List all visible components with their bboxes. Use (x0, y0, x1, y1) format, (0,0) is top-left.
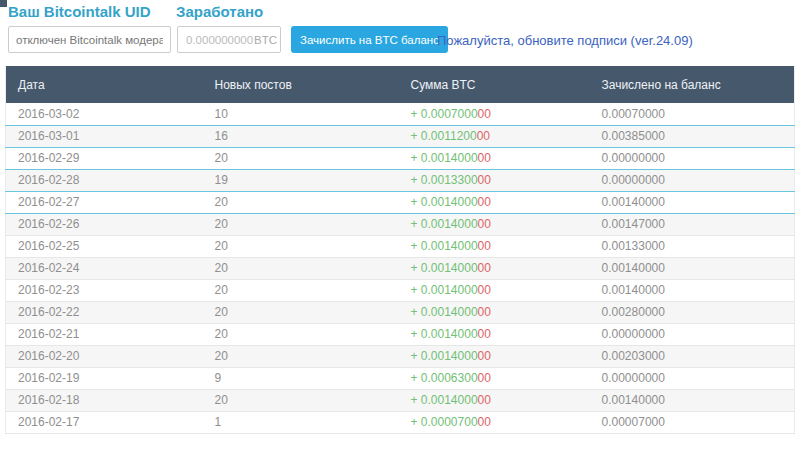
sum-btc-value: + 0.0014000 (411, 349, 478, 363)
credited-cell: 0.00203000 (590, 345, 795, 367)
next-section-fragment (0, 0, 7, 7)
earned-amount-field[interactable]: BTC (177, 26, 281, 53)
new-posts-cell: 19 (203, 169, 399, 191)
new-posts-cell: 20 (203, 345, 399, 367)
sum-btc-tail: 00 (478, 173, 491, 187)
new-posts-cell: 20 (203, 191, 399, 213)
sum-btc-cell: + 0.001400000 (399, 213, 590, 235)
credited-cell: 0.00140000 (590, 279, 795, 301)
earned-amount-input[interactable] (186, 34, 254, 46)
sum-btc-value: + 0.0014000 (411, 305, 478, 319)
column-header-date: Дата (6, 66, 203, 103)
sum-btc-value: + 0.0011200 (411, 129, 477, 143)
date-cell: 2016-02-19 (6, 367, 203, 389)
credited-cell: 0.00385000 (590, 125, 795, 147)
new-posts-cell: 20 (203, 257, 399, 279)
sum-btc-value: + 0.0014000 (411, 393, 478, 407)
date-cell: 2016-02-28 (6, 169, 203, 191)
sum-btc-cell: + 0.000070000 (399, 411, 590, 433)
credited-cell: 0.00280000 (590, 301, 795, 323)
credited-cell: 0.00140000 (590, 389, 795, 411)
sum-btc-tail: 00 (478, 371, 491, 385)
sum-btc-tail: 00 (478, 239, 491, 253)
sum-btc-cell: + 0.000700000 (399, 103, 590, 125)
date-cell: 2016-02-22 (6, 301, 203, 323)
update-signatures-notice-link[interactable]: Пожалуйста, обновите подписи (ver.24.09) (437, 33, 693, 48)
new-posts-cell: 20 (203, 147, 399, 169)
date-cell: 2016-02-25 (6, 235, 203, 257)
sum-btc-value: + 0.0014000 (411, 283, 478, 297)
credited-cell: 0.00000000 (590, 367, 795, 389)
date-cell: 2016-02-27 (6, 191, 203, 213)
sum-btc-value: + 0.0014000 (411, 195, 478, 209)
date-cell: 2016-02-29 (6, 147, 203, 169)
table-row: 2016-02-2420+ 0.0014000000.00140000 (6, 257, 795, 279)
credited-cell: 0.00133000 (590, 235, 795, 257)
new-posts-cell: 1 (203, 411, 399, 433)
sum-btc-value: + 0.0007000 (411, 107, 478, 121)
sum-btc-tail: 00 (478, 217, 491, 231)
new-posts-cell: 20 (203, 323, 399, 345)
sum-btc-value: + 0.0000700 (411, 415, 478, 429)
column-header-new-posts: Новых постов (203, 66, 399, 103)
btc-currency-suffix: BTC (254, 34, 277, 46)
sum-btc-tail: 00 (478, 415, 491, 429)
earned-heading: Заработано (176, 3, 263, 20)
credited-cell: 0.00000000 (590, 323, 795, 345)
uid-input[interactable] (16, 34, 163, 46)
column-header-sum-btc: Сумма BTC (399, 66, 590, 103)
sum-btc-cell: + 0.001400000 (399, 257, 590, 279)
new-posts-cell: 9 (203, 367, 399, 389)
credited-cell: 0.00007000 (590, 411, 795, 433)
table-row: 2016-02-1820+ 0.0014000000.00140000 (6, 389, 795, 411)
uid-field-wrap (8, 26, 171, 53)
credited-cell: 0.00000000 (590, 147, 795, 169)
credit-to-btc-balance-button[interactable]: Зачислить на BTC баланс (291, 26, 448, 53)
credited-cell: 0.00070000 (590, 103, 795, 125)
table-row: 2016-02-2920+ 0.0014000000.00000000 (6, 147, 795, 169)
credited-cell: 0.00140000 (590, 257, 795, 279)
table-row: 2016-02-199+ 0.0006300000.00000000 (6, 367, 795, 389)
new-posts-cell: 10 (203, 103, 399, 125)
sum-btc-tail: 00 (478, 195, 491, 209)
sum-btc-cell: + 0.001400000 (399, 235, 590, 257)
date-cell: 2016-02-17 (6, 411, 203, 433)
new-posts-cell: 20 (203, 279, 399, 301)
sum-btc-tail: 00 (478, 393, 491, 407)
credited-cell: 0.00147000 (590, 213, 795, 235)
table-row: 2016-02-2819+ 0.0013300000.00000000 (6, 169, 795, 191)
table-header-row: Дата Новых постов Сумма BTC Зачислено на… (6, 66, 795, 103)
sum-btc-tail: 00 (478, 327, 491, 341)
sum-btc-cell: + 0.001400000 (399, 279, 590, 301)
credited-cell: 0.00000000 (590, 169, 795, 191)
date-cell: 2016-02-20 (6, 345, 203, 367)
sum-btc-tail: 00 (478, 151, 491, 165)
date-cell: 2016-02-21 (6, 323, 203, 345)
sum-btc-value: + 0.0014000 (411, 217, 478, 231)
table-row: 2016-02-171+ 0.0000700000.00007000 (6, 411, 795, 433)
date-cell: 2016-02-24 (6, 257, 203, 279)
date-cell: 2016-02-23 (6, 279, 203, 301)
new-posts-cell: 20 (203, 301, 399, 323)
sum-btc-tail: 00 (478, 283, 491, 297)
date-cell: 2016-03-02 (6, 103, 203, 125)
column-header-credited: Зачислено на баланс (590, 66, 795, 103)
sum-btc-cell: + 0.001400000 (399, 389, 590, 411)
date-cell: 2016-02-18 (6, 389, 203, 411)
sum-btc-tail: 00 (478, 107, 491, 121)
sum-btc-cell: + 0.000630000 (399, 367, 590, 389)
new-posts-cell: 20 (203, 213, 399, 235)
sum-btc-tail: 00 (477, 129, 490, 143)
table-row: 2016-02-2320+ 0.0014000000.00140000 (6, 279, 795, 301)
table-row: 2016-03-0116+ 0.0011200000.00385000 (6, 125, 795, 147)
sum-btc-tail: 00 (478, 349, 491, 363)
table-row: 2016-02-2120+ 0.0014000000.00000000 (6, 323, 795, 345)
table-header: Дата Новых постов Сумма BTC Зачислено на… (6, 66, 795, 103)
sum-btc-tail: 00 (478, 261, 491, 275)
sum-btc-cell: + 0.001400000 (399, 301, 590, 323)
sum-btc-value: + 0.0014000 (411, 261, 478, 275)
table-row: 2016-02-2020+ 0.0014000000.00203000 (6, 345, 795, 367)
table-row: 2016-03-0210+ 0.0007000000.00070000 (6, 103, 795, 125)
sum-btc-value: + 0.0014000 (411, 151, 478, 165)
table-row: 2016-02-2520+ 0.0014000000.00133000 (6, 235, 795, 257)
